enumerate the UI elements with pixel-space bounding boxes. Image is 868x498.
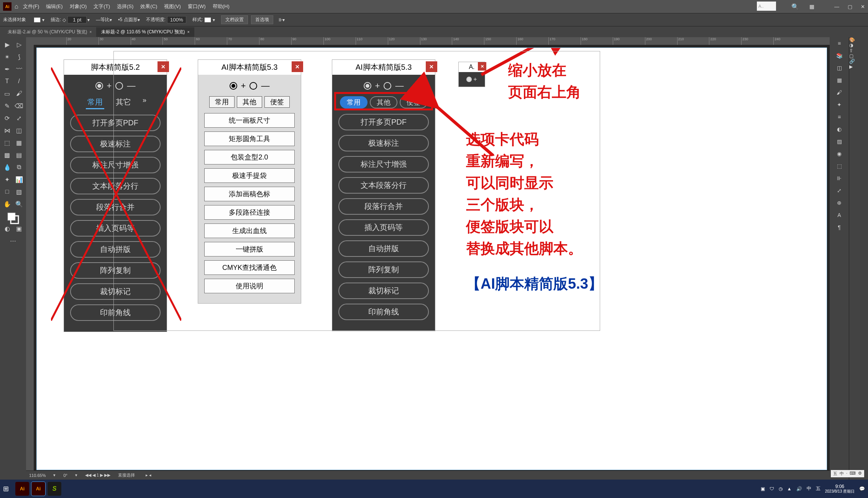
- window-maximize-icon[interactable]: ▢: [848, 4, 852, 10]
- tray-icon[interactable]: ▲: [787, 486, 792, 491]
- layers-panel-icon[interactable]: 📚: [830, 49, 849, 62]
- width-tool-icon[interactable]: ⋈: [2, 125, 13, 136]
- tray-ime-icon[interactable]: 中: [807, 485, 811, 492]
- menu-file[interactable]: 文件(F): [23, 3, 39, 10]
- script-button[interactable]: 添加画稿色标: [204, 187, 295, 201]
- align-panel-icon[interactable]: ⊪: [830, 172, 849, 184]
- script-button[interactable]: 打开多页PDF: [70, 115, 161, 131]
- close-icon[interactable]: ×: [187, 30, 190, 34]
- menu-window[interactable]: 窗口(W): [188, 3, 206, 10]
- pathfinder-panel-icon[interactable]: ⊕: [830, 197, 849, 209]
- graph-tool-icon[interactable]: 📊: [13, 174, 25, 185]
- links-panel-icon[interactable]: 🔗: [849, 59, 868, 64]
- script-button[interactable]: 标注尺寸增强: [70, 157, 161, 173]
- script-button[interactable]: 标注尺寸增强: [338, 156, 429, 173]
- menu-type[interactable]: 文字(T): [94, 3, 110, 10]
- workspace-switcher-icon[interactable]: ▦: [809, 3, 814, 10]
- document-tab[interactable]: 未标题-2 @ 110.65 % (CMYK/CPU 预览) ×: [97, 27, 194, 37]
- tray-icon[interactable]: ◷: [779, 486, 783, 491]
- tray-clock[interactable]: 9:06 2023/8/13 星期日: [825, 484, 855, 494]
- transform-panel-icon[interactable]: ⤢: [830, 184, 849, 197]
- taskbar-app-other[interactable]: S: [48, 482, 61, 496]
- tab-common[interactable]: 常用: [86, 96, 104, 109]
- artboard-tool-icon[interactable]: □: [2, 186, 13, 197]
- artboards-panel-icon[interactable]: ▢: [849, 53, 868, 59]
- script-button[interactable]: 自动拼版: [70, 241, 161, 258]
- quick-search-box[interactable]: A..: [757, 2, 776, 11]
- gradient-tool-icon[interactable]: ▤: [13, 149, 25, 161]
- tab-common[interactable]: 常用: [209, 96, 235, 108]
- shapebuilder-tool-icon[interactable]: ⬚: [2, 137, 13, 148]
- script-button[interactable]: 文本段落分行: [338, 177, 429, 194]
- menu-effect[interactable]: 效果(C): [140, 3, 157, 10]
- align-panel-icon[interactable]: ⊪▾: [279, 17, 285, 23]
- fill-swatch[interactable]: [34, 17, 41, 23]
- shaper-tool-icon[interactable]: ✎: [2, 100, 13, 112]
- type-tool-icon[interactable]: T: [2, 76, 13, 87]
- brushes-panel-icon[interactable]: 🖌: [830, 86, 849, 99]
- paragraph-panel-icon[interactable]: ¶: [830, 221, 849, 233]
- script-button[interactable]: 统一画板尺寸: [204, 113, 295, 128]
- script-button[interactable]: 裁切标记: [338, 283, 429, 299]
- radio-checked-icon[interactable]: [230, 82, 237, 90]
- symbols-panel-icon[interactable]: ✦: [830, 99, 849, 111]
- script-button[interactable]: 阵列复制: [70, 262, 161, 279]
- close-button[interactable]: ✕: [426, 61, 437, 72]
- symbol-sprayer-icon[interactable]: ✦: [2, 174, 13, 185]
- script-button[interactable]: 插入页码等: [338, 219, 429, 236]
- script-button[interactable]: 极速标注: [70, 136, 161, 152]
- perspective-tool-icon[interactable]: ▦: [13, 137, 25, 148]
- close-button[interactable]: ✕: [478, 62, 486, 71]
- rotate-tool-icon[interactable]: ⟳: [2, 112, 13, 124]
- script-button[interactable]: 插入页码等: [70, 220, 161, 237]
- ime-bar[interactable]: 五 中 · ⌨ ⚙: [831, 470, 864, 477]
- script-button[interactable]: 包装盒型2.0: [204, 150, 295, 164]
- script-button[interactable]: 极速标注: [338, 135, 429, 151]
- character-panel-icon[interactable]: A: [830, 209, 849, 221]
- close-button[interactable]: ✕: [292, 61, 303, 72]
- tab-other[interactable]: 其他: [237, 96, 262, 108]
- status-scroll-indicator[interactable]: ▸ ◂: [146, 473, 151, 478]
- script-button[interactable]: 一键拼版: [204, 242, 295, 256]
- color-panel-icon[interactable]: 🎨: [849, 37, 868, 43]
- window-minimize-icon[interactable]: —: [834, 4, 839, 10]
- tray-icon[interactable]: 🛡: [770, 486, 774, 491]
- selection-tool-icon[interactable]: ▶: [2, 39, 13, 50]
- start-button[interactable]: ⊞: [3, 485, 11, 493]
- script-button[interactable]: 多段路径连接: [204, 205, 295, 220]
- libraries-panel-icon[interactable]: ◫: [830, 62, 849, 74]
- asset-export-panel-icon[interactable]: ⇪: [849, 48, 868, 53]
- tray-notifications-icon[interactable]: 💬: [859, 486, 865, 491]
- script-button[interactable]: 矩形圆角工具: [204, 131, 295, 146]
- taskbar-app-illustrator[interactable]: Ai: [15, 482, 29, 496]
- menu-edit[interactable]: 编辑(E): [46, 3, 62, 10]
- plus-icon[interactable]: +: [107, 81, 112, 91]
- menu-object[interactable]: 对象(O): [70, 3, 87, 10]
- artboard[interactable]: 脚本精简版5.2 ✕ + — 常用 其它 »: [37, 48, 827, 470]
- radio-checked-icon[interactable]: [466, 77, 472, 82]
- lasso-tool-icon[interactable]: ⟆: [13, 51, 25, 62]
- script-button[interactable]: 印前角线: [70, 304, 161, 321]
- script-button[interactable]: 使用说明: [204, 279, 295, 293]
- close-button[interactable]: ✕: [158, 61, 169, 72]
- script-button[interactable]: 生成出血线: [204, 224, 295, 238]
- screen-mode-icon[interactable]: ▣: [13, 223, 25, 234]
- tray-ime-icon[interactable]: 五: [816, 485, 820, 492]
- transparency-panel-icon[interactable]: ▨: [830, 135, 849, 148]
- free-transform-icon[interactable]: ◫: [13, 125, 25, 136]
- script-button[interactable]: 极速手提袋: [204, 168, 295, 183]
- script-button[interactable]: 自动拼版: [338, 240, 429, 257]
- mesh-tool-icon[interactable]: ▩: [2, 149, 13, 161]
- radio-checked-icon[interactable]: [95, 82, 103, 90]
- pen-tool-icon[interactable]: ✒: [2, 63, 13, 75]
- properties-panel-icon[interactable]: ≡: [830, 37, 849, 49]
- blend-tool-icon[interactable]: ⧉: [13, 161, 25, 173]
- window-close-icon[interactable]: ✕: [861, 4, 865, 10]
- zoom-tool-icon[interactable]: 🔍: [13, 198, 25, 210]
- tray-volume-icon[interactable]: 🔊: [796, 486, 802, 491]
- minus-icon[interactable]: —: [395, 81, 404, 91]
- menu-select[interactable]: 选择(S): [117, 3, 133, 10]
- stroke-width-input[interactable]: [67, 16, 87, 23]
- swatches-panel-icon[interactable]: ▦: [830, 74, 849, 86]
- eyedropper-tool-icon[interactable]: 💧: [2, 161, 13, 173]
